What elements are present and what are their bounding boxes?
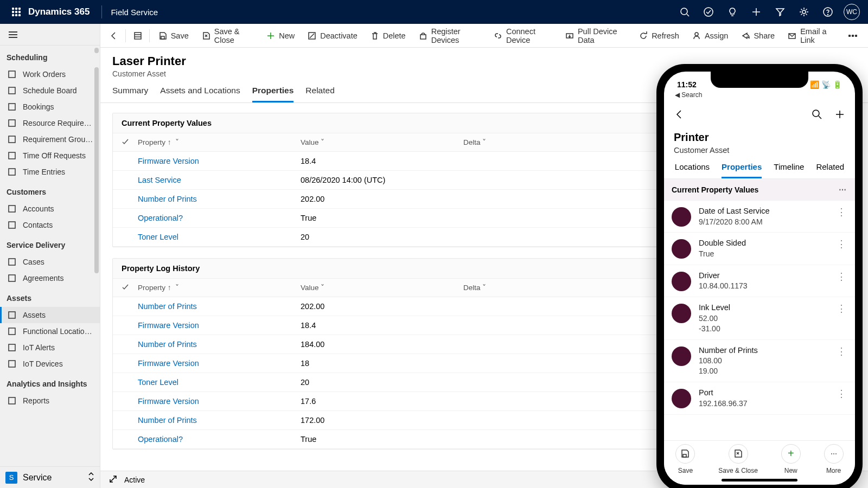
item-more-icon[interactable]: ⋮	[835, 303, 847, 314]
tab-related[interactable]: Related	[305, 86, 334, 102]
tab-properties[interactable]: Properties	[252, 86, 294, 102]
register-devices-button[interactable]: Register Devices	[412, 24, 487, 48]
sidebar-item-reports[interactable]: Reports	[0, 393, 100, 409]
phone-new-button[interactable]: +New	[781, 444, 801, 474]
plus-icon[interactable]	[744, 0, 768, 24]
sidebar-item-schedule-board[interactable]: Schedule Board	[0, 82, 100, 99]
phone-search-hint[interactable]: ◀ Search	[664, 90, 855, 102]
filter-icon[interactable]	[768, 0, 792, 24]
task-icon[interactable]	[697, 0, 720, 24]
phone-tab-locations[interactable]: Locations	[675, 162, 710, 178]
nav-item-icon	[7, 258, 17, 266]
item-more-icon[interactable]: ⋮	[835, 388, 847, 400]
column-property[interactable]: Property ↑ ˅	[138, 138, 301, 147]
item-more-icon[interactable]: ⋮	[835, 271, 847, 282]
sidebar-item-iot-alerts[interactable]: IoT Alerts	[0, 339, 100, 356]
phone-save-button[interactable]: Save	[675, 444, 695, 474]
column-value[interactable]: Value ˅	[301, 138, 463, 147]
property-link[interactable]: Number of Prints	[138, 340, 301, 349]
back-button[interactable]	[105, 24, 123, 48]
checkmark-icon[interactable]	[122, 283, 138, 292]
tab-assets-and-locations[interactable]: Assets and Locations	[160, 86, 240, 102]
item-more-icon[interactable]: ⋮	[835, 238, 847, 250]
share-button[interactable]: Share	[735, 24, 781, 48]
sidebar-item-contacts[interactable]: Contacts	[0, 217, 100, 233]
search-icon[interactable]	[673, 0, 697, 24]
more-icon[interactable]: ⋯	[839, 185, 847, 194]
phone-tab-related[interactable]: Related	[816, 162, 844, 178]
item-more-icon[interactable]: ⋮	[835, 345, 847, 357]
waffle-icon[interactable]	[4, 0, 28, 24]
phone-tab-properties[interactable]: Properties	[722, 162, 762, 178]
property-link[interactable]: Number of Prints	[138, 195, 301, 203]
back-icon[interactable]	[674, 109, 685, 122]
save-button[interactable]: Save	[152, 24, 195, 48]
tab-summary[interactable]: Summary	[112, 86, 148, 102]
property-link[interactable]: Operational?	[138, 435, 301, 444]
property-link[interactable]: Firmware Version	[138, 157, 301, 165]
sidebar-item-accounts[interactable]: Accounts	[0, 201, 100, 217]
property-link[interactable]: Operational?	[138, 214, 301, 222]
scroll-up-arrow[interactable]	[94, 48, 99, 53]
item-more-icon[interactable]: ⋮	[835, 206, 847, 218]
sidebar-item-cases[interactable]: Cases	[0, 254, 100, 270]
phone-list-item[interactable]: Driver10.84.00.1173⋮	[664, 265, 855, 297]
svg-point-9	[681, 8, 687, 15]
help-icon[interactable]	[816, 0, 840, 24]
expand-icon[interactable]	[109, 475, 117, 484]
app-label[interactable]: Field Service	[111, 8, 158, 17]
column-value[interactable]: Value ˅	[301, 283, 463, 292]
pull-device-data-button[interactable]: Pull Device Data	[559, 24, 633, 48]
sidebar-item-assets[interactable]: Assets	[0, 307, 100, 323]
phone-list-item[interactable]: Double SidedTrue⋮	[664, 233, 855, 265]
assign-button[interactable]: Assign	[686, 24, 735, 48]
property-link[interactable]: Firmware Version	[138, 397, 301, 406]
property-link[interactable]: Toner Level	[138, 233, 301, 241]
sidebar-item-time-off-requests[interactable]: Time Off Requests	[0, 147, 100, 164]
more-icon: ⋯	[824, 444, 844, 464]
property-link[interactable]: Firmware Version	[138, 359, 301, 368]
phone-list-item[interactable]: Date of Last Service9/17/2020 8:00 AM⋮	[664, 201, 855, 233]
save-close-button[interactable]: Save & Close	[195, 24, 260, 48]
plus-icon[interactable]	[834, 109, 845, 122]
lightbulb-icon[interactable]	[720, 0, 744, 24]
sidebar-item-functional-locatio-[interactable]: Functional Locatio…	[0, 323, 100, 339]
column-property[interactable]: Property ↑ ˅	[138, 283, 301, 292]
delete-button[interactable]: Delete	[364, 24, 412, 48]
scrollbar-thumb[interactable]	[94, 67, 99, 273]
more-commands-button[interactable]	[842, 24, 864, 48]
sidebar-item-work-orders[interactable]: Work Orders	[0, 66, 100, 82]
new-button[interactable]: New	[260, 24, 301, 48]
sidebar-item-time-entries[interactable]: Time Entries	[0, 164, 100, 180]
phone-list-item[interactable]: Number of Prints108.0019.00⋮	[664, 340, 855, 382]
property-link[interactable]: Toner Level	[138, 378, 301, 387]
sidebar-item-agreements[interactable]: Agreements	[0, 270, 100, 286]
brand-label[interactable]: Dynamics 365	[28, 7, 90, 17]
property-link[interactable]: Firmware Version	[138, 321, 301, 330]
sidebar-item-requirement-grou-[interactable]: Requirement Grou…	[0, 131, 100, 147]
property-link[interactable]: Last Service	[138, 176, 301, 184]
phone-save-close-button[interactable]: Save & Close	[718, 444, 758, 474]
refresh-button[interactable]: Refresh	[633, 24, 686, 48]
sidebar-item-resource-require-[interactable]: Resource Require…	[0, 115, 100, 131]
phone-list-item[interactable]: Ink Level52.00-31.00⋮	[664, 297, 855, 339]
sidebar-item-iot-devices[interactable]: IoT Devices	[0, 356, 100, 372]
sidebar-area-switcher[interactable]: S Service	[0, 466, 100, 488]
phone-tab-timeline[interactable]: Timeline	[774, 162, 804, 178]
search-icon[interactable]	[812, 109, 822, 122]
sidebar-group-customers: Customers	[0, 180, 100, 201]
svg-point-7	[16, 15, 17, 16]
sidebar-item-bookings[interactable]: Bookings	[0, 99, 100, 115]
gear-icon[interactable]	[792, 0, 816, 24]
phone-list-item[interactable]: Port192.168.96.37⋮	[664, 382, 855, 414]
deactivate-button[interactable]: Deactivate	[301, 24, 364, 48]
property-link[interactable]: Number of Prints	[138, 416, 301, 425]
email-link-button[interactable]: Email a Link	[781, 24, 842, 48]
phone-more-button[interactable]: ⋯More	[824, 444, 844, 474]
connect-device-button[interactable]: Connect Device	[487, 24, 559, 48]
list-view-icon[interactable]	[128, 24, 146, 48]
user-avatar[interactable]: WC	[840, 0, 864, 24]
checkmark-icon[interactable]	[122, 138, 138, 147]
property-link[interactable]: Number of Prints	[138, 302, 301, 311]
hamburger-icon[interactable]	[0, 24, 100, 46]
